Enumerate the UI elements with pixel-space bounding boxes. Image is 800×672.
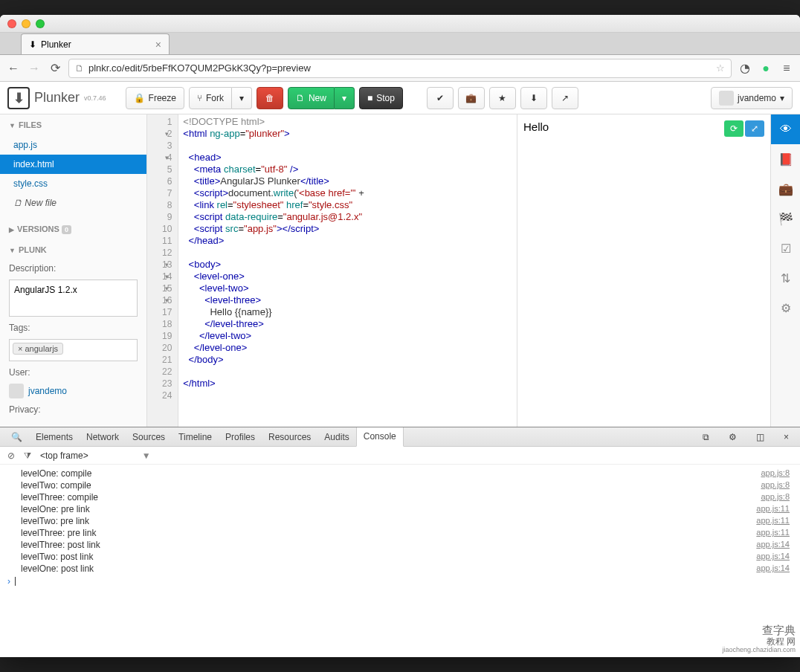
avatar-icon — [719, 91, 734, 106]
devtools-settings-icon[interactable]: ⚙ — [722, 427, 743, 447]
close-window-icon[interactable] — [7, 19, 16, 28]
chrome-menu-icon[interactable]: ≡ — [779, 62, 794, 75]
source-link[interactable]: app.js:11 — [756, 504, 790, 514]
zoom-window-icon[interactable] — [36, 19, 45, 28]
new-file-item[interactable]: 🗋 New file — [0, 193, 146, 213]
close-tab-icon[interactable]: × — [155, 39, 161, 51]
rail-dashboard-button[interactable]: 🏁 — [771, 204, 800, 233]
app-toolbar: ⬇ Plunker v0.7.46 🔒Freeze ⑂Fork ▾ 🗑 🗋New… — [0, 82, 800, 114]
retweet-icon: ⇅ — [781, 271, 790, 285]
devtools-tab[interactable]: Audits — [317, 427, 355, 447]
source-link[interactable]: app.js:11 — [756, 516, 790, 526]
delete-button[interactable]: 🗑 — [257, 87, 283, 109]
source-link[interactable]: app.js:11 — [756, 528, 790, 538]
source-link[interactable]: app.js:8 — [761, 492, 790, 503]
tags-input[interactable]: × angularjs — [9, 339, 138, 361]
app-window: ⬇ Plunker × ← → ⟳ 🗋 plnkr.co/edit/5rbeFf… — [0, 15, 800, 657]
plunk-header[interactable]: ▼PLUNK — [0, 239, 146, 260]
rail-preview-button[interactable]: 👁 — [771, 114, 800, 144]
download-button[interactable]: ⬇ — [520, 87, 547, 109]
devtools-search-icon[interactable]: 🔍 — [4, 427, 29, 447]
new-button[interactable]: 🗋New — [288, 87, 335, 109]
files-header[interactable]: ▼FILES — [0, 114, 146, 135]
code-editor[interactable]: 1▾23▾456789101112▾13▾14▾15▾1617181920212… — [147, 114, 517, 427]
status-dot-icon[interactable]: ● — [758, 62, 773, 75]
devtools-tabs: 🔍 ElementsNetworkSourcesTimelineProfiles… — [0, 427, 800, 447]
browser-tab[interactable]: ⬇ Plunker × — [21, 33, 170, 54]
back-icon[interactable]: ← — [6, 62, 21, 75]
preview-pane: Hello ⟳ ⤢ — [517, 114, 770, 427]
expand-preview-button[interactable]: ⤢ — [745, 120, 764, 137]
expand-icon: ⤢ — [751, 123, 758, 134]
frame-dropdown-icon[interactable]: ▼ — [142, 450, 151, 461]
devtools-dock-icon[interactable]: ◫ — [749, 427, 771, 447]
freeze-button[interactable]: 🔒Freeze — [126, 87, 184, 109]
main-area: ▼FILES app.jsindex.htmlstyle.css 🗋 New f… — [0, 114, 800, 427]
check-button[interactable]: ✔ — [427, 87, 454, 109]
fork-icon: ⑂ — [197, 93, 202, 103]
chevron-down-icon: ▾ — [780, 93, 784, 103]
frame-selector[interactable]: <top frame> — [40, 450, 88, 461]
rail-toolbox-button[interactable]: 💼 — [771, 174, 800, 204]
reload-icon[interactable]: ⟳ — [48, 61, 62, 75]
avatar-icon — [9, 384, 24, 398]
rail-settings-button[interactable]: ⚙ — [771, 293, 800, 323]
check-icon: ✔ — [436, 93, 444, 103]
plunker-logo[interactable]: ⬇ Plunker v0.7.46 — [7, 87, 106, 109]
star-outline-icon[interactable]: ☆ — [716, 62, 725, 74]
console-filter-bar: ⊘ ⧩ <top frame> ▼ — [0, 447, 800, 465]
file-item[interactable]: app.js — [0, 135, 146, 155]
gear-icon: ⚙ — [781, 301, 791, 315]
refresh-preview-button[interactable]: ⟳ — [724, 120, 743, 137]
console-prompt[interactable]: › — [0, 575, 800, 588]
devtools-close-icon[interactable]: × — [777, 427, 796, 447]
forward-icon[interactable]: → — [27, 62, 42, 75]
stop-icon: ■ — [367, 93, 372, 103]
clear-console-icon[interactable]: ⊘ — [7, 450, 15, 461]
source-link[interactable]: app.js:8 — [761, 480, 790, 491]
devtools-tab[interactable]: Profiles — [219, 427, 262, 447]
console-log-row: levelOne: post linkapp.js:14 — [0, 563, 800, 575]
version-label: v0.7.46 — [84, 94, 106, 102]
briefcase-button[interactable]: 💼 — [458, 87, 485, 109]
stop-button[interactable]: ■Stop — [359, 87, 403, 109]
source-link[interactable]: app.js:14 — [756, 563, 790, 574]
filter-icon[interactable]: ⧩ — [24, 450, 31, 461]
external-link-icon: ↗ — [561, 93, 569, 103]
user-menu-button[interactable]: jvandemo ▾ — [711, 87, 793, 109]
new-dropdown[interactable]: ▾ — [335, 87, 355, 109]
file-item[interactable]: index.html — [0, 155, 146, 174]
open-external-button[interactable]: ↗ — [552, 87, 578, 109]
preview-output: Hello — [523, 120, 549, 133]
extension-icon[interactable]: ◔ — [738, 61, 752, 75]
watermark: 查字典 教程 网 jiaocheng.chazidian.com — [722, 624, 796, 654]
tag-chip[interactable]: × angularjs — [13, 343, 63, 355]
console-output: levelOne: compileapp.js:8levelTwo: compi… — [0, 465, 800, 657]
versions-header[interactable]: ▶VERSIONS 0 — [0, 219, 146, 239]
refresh-icon: ⟳ — [730, 123, 738, 134]
devtools-tab[interactable]: Network — [80, 427, 126, 447]
fork-button[interactable]: ⑂Fork — [189, 87, 232, 109]
user-link[interactable]: jvandemo — [0, 381, 146, 401]
rail-docs-button[interactable]: 📕 — [771, 144, 800, 174]
console-log-row: levelTwo: compileapp.js:8 — [0, 479, 800, 491]
address-bar[interactable]: 🗋 plnkr.co/edit/5rbeFfKO7QUM2PGkK3Qy?p=p… — [68, 59, 732, 78]
source-link[interactable]: app.js:14 — [756, 552, 790, 562]
rail-tasks-button[interactable]: ☑ — [771, 233, 800, 263]
devtools-tab[interactable]: Console — [356, 427, 404, 447]
devtools-tab[interactable]: Resources — [262, 427, 317, 447]
devtools-tab[interactable]: Elements — [29, 427, 80, 447]
description-label: Description: — [0, 260, 146, 277]
devtools-tab[interactable]: Timeline — [172, 427, 219, 447]
favorite-button[interactable]: ★ — [489, 87, 516, 109]
fork-dropdown[interactable]: ▾ — [232, 87, 252, 109]
devtools-drawer-icon[interactable]: ⧉ — [696, 427, 716, 447]
devtools-tab[interactable]: Sources — [126, 427, 172, 447]
source-link[interactable]: app.js:14 — [756, 540, 790, 550]
file-item[interactable]: style.css — [0, 174, 146, 193]
checkbox-icon: ☑ — [781, 242, 791, 256]
rail-retweet-button[interactable]: ⇅ — [771, 263, 800, 293]
source-link[interactable]: app.js:8 — [761, 468, 790, 479]
description-input[interactable]: AngularJS 1.2.x — [9, 280, 138, 317]
minimize-window-icon[interactable] — [22, 19, 30, 28]
